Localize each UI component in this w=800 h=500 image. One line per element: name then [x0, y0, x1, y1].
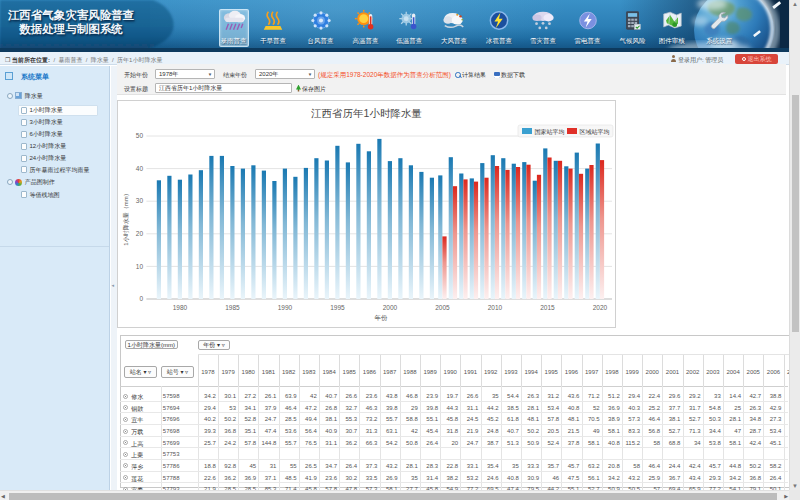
svg-text:江西省历年1小时降水量: 江西省历年1小时降水量	[311, 107, 422, 119]
svg-text:2020: 2020	[593, 304, 608, 311]
svg-text:国家站平均: 国家站平均	[535, 128, 565, 136]
svg-text:20: 20	[136, 230, 144, 237]
svg-text:区域站平均: 区域站平均	[580, 128, 610, 136]
svg-text:2005: 2005	[435, 304, 450, 311]
svg-text:1985: 1985	[225, 304, 240, 311]
svg-text:40: 40	[136, 165, 144, 172]
svg-text:50: 50	[136, 132, 144, 139]
svg-text:年份: 年份	[375, 314, 389, 322]
svg-text:30: 30	[136, 197, 144, 204]
svg-text:2010: 2010	[488, 304, 503, 311]
svg-text:1小时降水量（mm）: 1小时降水量（mm）	[122, 190, 130, 245]
svg-text:2015: 2015	[540, 304, 555, 311]
svg-text:1995: 1995	[330, 304, 345, 311]
svg-text:1980: 1980	[173, 304, 188, 311]
svg-text:0: 0	[139, 295, 143, 302]
svg-text:10: 10	[136, 263, 144, 270]
svg-text:2000: 2000	[383, 304, 398, 311]
svg-text:1990: 1990	[278, 304, 293, 311]
